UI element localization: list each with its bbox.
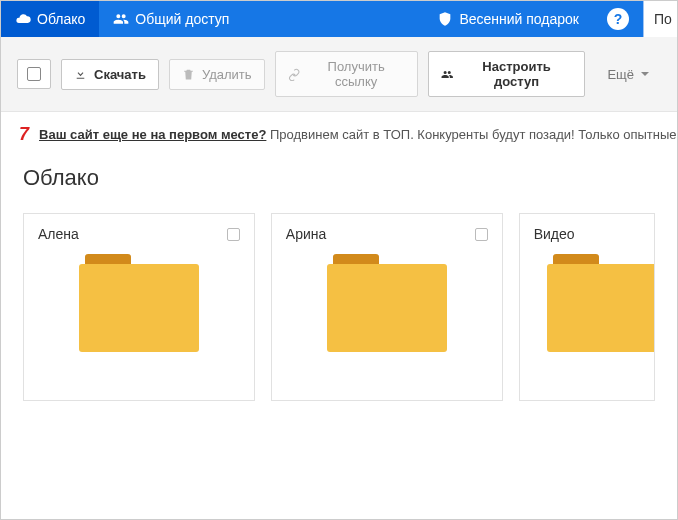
search-text-fragment: По [654, 11, 672, 27]
promo-banner[interactable]: 7 Ваш сайт еще не на первом месте? Продв… [1, 112, 677, 153]
folder-card[interactable]: Видео [519, 213, 655, 401]
more-label: Ещё [607, 67, 634, 82]
promo-badge-icon: 7 [19, 124, 29, 145]
promo-text: Ваш сайт еще не на первом месте? Продвин… [39, 127, 677, 142]
folder-icon [79, 254, 199, 352]
promo-link[interactable]: Ваш сайт еще не на первом месте? [39, 127, 266, 142]
folder-grid: Алена Арина Видео [1, 213, 677, 401]
chevron-down-icon [641, 72, 649, 76]
people-icon [441, 68, 453, 81]
nav-cloud-label: Облако [37, 11, 85, 27]
people-icon [113, 11, 129, 27]
folder-card[interactable]: Арина [271, 213, 503, 401]
nav-spacer [243, 1, 423, 37]
top-nav: Облако Общий доступ Весенний подарок ? П… [1, 1, 677, 37]
nav-shared[interactable]: Общий доступ [99, 1, 243, 37]
toolbar: Скачать Удалить Получить ссылку Настроит… [1, 37, 677, 112]
trash-icon [182, 68, 195, 81]
page-title: Облако [1, 153, 677, 213]
shield-icon [437, 11, 453, 27]
nav-help[interactable]: ? [593, 1, 643, 37]
nav-search[interactable]: По [643, 1, 677, 37]
get-link-label: Получить ссылку [307, 59, 405, 89]
nav-gift-label: Весенний подарок [459, 11, 579, 27]
folder-icon [327, 254, 447, 352]
nav-cloud[interactable]: Облако [1, 1, 99, 37]
folder-card[interactable]: Алена [23, 213, 255, 401]
help-icon: ? [607, 8, 629, 30]
delete-label: Удалить [202, 67, 252, 82]
folder-icon [547, 254, 655, 352]
download-button[interactable]: Скачать [61, 59, 159, 90]
more-button[interactable]: Ещё [595, 60, 661, 89]
select-all-button[interactable] [17, 59, 51, 89]
nav-shared-label: Общий доступ [135, 11, 229, 27]
cloud-icon [15, 11, 31, 27]
nav-gift[interactable]: Весенний подарок [423, 1, 593, 37]
checkbox-icon [27, 67, 41, 81]
folder-name: Арина [286, 226, 326, 242]
delete-button[interactable]: Удалить [169, 59, 265, 90]
folder-name: Алена [38, 226, 79, 242]
link-icon [288, 68, 300, 81]
configure-access-button[interactable]: Настроить доступ [428, 51, 585, 97]
configure-access-label: Настроить доступ [461, 59, 573, 89]
download-icon [74, 68, 87, 81]
get-link-button[interactable]: Получить ссылку [275, 51, 419, 97]
download-label: Скачать [94, 67, 146, 82]
promo-rest: Продвинем сайт в ТОП. Конкуренты будут п… [270, 127, 677, 142]
folder-checkbox[interactable] [475, 228, 488, 241]
folder-name: Видео [534, 226, 575, 242]
folder-checkbox[interactable] [227, 228, 240, 241]
